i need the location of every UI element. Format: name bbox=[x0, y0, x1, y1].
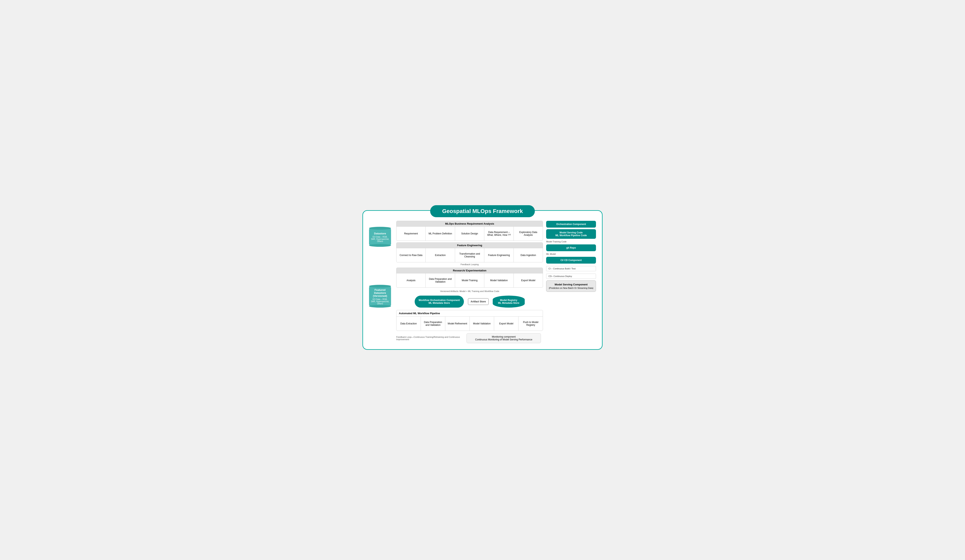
model-serving-component: Model Serving Component (Prediction on N… bbox=[546, 281, 596, 292]
model-serving-code-box: Model Serving Code ML Workflow Pipeline … bbox=[546, 229, 596, 239]
middle-section: MLOps Business Requirement Analysis Requ… bbox=[396, 221, 543, 343]
feedback-bottom-label: Feedback Loop—Continuous Training/Retrai… bbox=[396, 336, 463, 341]
workflow-orchestration-box: Workflow Orchestration Component ML Meta… bbox=[415, 296, 464, 308]
section-feature-header: Feature Engineering bbox=[396, 243, 543, 248]
cell-model-validation: Model Validation bbox=[484, 273, 514, 287]
datastore1-title: Datastore bbox=[374, 232, 386, 235]
cell-analysis: Analysis bbox=[396, 273, 426, 287]
cd-sub-label: CD– Continuous Deploy bbox=[546, 274, 596, 279]
section-research-cells: Analysis Data Preparation and Validation… bbox=[396, 273, 543, 287]
datastore1-subtitle: EO Data – RGB, SAR, Hyperspectral, Other… bbox=[370, 236, 390, 242]
section-automated-cells: Data Extraction Data Preparation and Val… bbox=[396, 317, 543, 331]
monitoring-box: Monitoring component Continuous Monitori… bbox=[466, 333, 541, 343]
model-serving-component-subtitle: (Prediction on New Batch Or Streaming Da… bbox=[549, 287, 594, 289]
cell-solution-design: Solution Design bbox=[455, 227, 484, 241]
datastore2-subtitle: EO Data – RGB, SAR, Hyperspectral, Other… bbox=[370, 298, 390, 305]
workflow-box-label: Workflow Orchestration Component ML Meta… bbox=[419, 299, 460, 304]
cicd-box: CI/ CD Component bbox=[546, 257, 596, 264]
title-banner: Geospatial MLOps Framework bbox=[430, 205, 535, 217]
section-feature-cells: Connect to Raw Data Extraction Transform… bbox=[396, 248, 543, 262]
cell-transformation: Transformation and Cleansing bbox=[455, 248, 484, 262]
orchestration-box: Orchestration Component bbox=[546, 221, 596, 228]
feedback-looping-label: Feedback Looping bbox=[396, 263, 543, 266]
feedback-monitoring-row: Feedback Loop—Continuous Training/Retrai… bbox=[396, 333, 543, 343]
cell-data-requirement: Data Requirement – What, Where, How ?? bbox=[484, 227, 514, 241]
cell-push-model-registry: Push to Model Registry bbox=[518, 317, 543, 331]
section-feature: Feature Engineering Connect to Raw Data … bbox=[396, 242, 543, 263]
page-title: Geospatial MLOps Framework bbox=[442, 208, 523, 214]
section-business: MLOps Business Requirement Analysis Requ… bbox=[396, 221, 543, 241]
section-automated-header: Automated ML Workflow Pipeline bbox=[396, 310, 543, 317]
cell-export-model: Export Model bbox=[514, 273, 543, 287]
cell-ml-problem: ML Problem Definition bbox=[426, 227, 455, 241]
cell-model-refinement: Model Refinement bbox=[445, 317, 470, 331]
monitoring-label: Monitoring component Continuous Monitori… bbox=[471, 335, 537, 341]
section-research: Research/ Experimentation Analysis Data … bbox=[396, 268, 543, 287]
section-automated: Automated ML Workflow Pipeline Data Extr… bbox=[396, 310, 543, 331]
cell-exploratory: Exploratory Data Analysis bbox=[514, 227, 543, 241]
cell-data-ingestion: Data Ingestion bbox=[514, 248, 543, 262]
section-business-cells: Requirement ML Problem Definition Soluti… bbox=[396, 227, 543, 241]
cell-data-prep-validation2: Data Preparation and Validation bbox=[421, 317, 445, 331]
cell-requirement: Requirement bbox=[396, 227, 426, 241]
cell-data-extraction: Data Extraction bbox=[396, 317, 421, 331]
cell-data-prep-validation: Data Preparation and Validation bbox=[426, 273, 455, 287]
model-training-code-label: Model Training Code bbox=[546, 240, 566, 243]
git-repo-box: git Repo bbox=[546, 244, 596, 251]
left-datastores: Datastore EO Data – RGB, SAR, Hyperspect… bbox=[369, 221, 393, 343]
cell-model-validation2: Model Validation bbox=[470, 317, 494, 331]
datastore2-title: Featured Datastore (Versioned) bbox=[370, 288, 390, 297]
section-research-header: Research/ Experimentation bbox=[396, 268, 543, 273]
cell-model-training: Model Training bbox=[455, 273, 484, 287]
model-serving-component-title: Model Serving Component bbox=[549, 283, 594, 286]
datastore1: Datastore EO Data – RGB, SAR, Hyperspect… bbox=[369, 227, 393, 247]
model-registry-box: Model Registry ML Metadata Store bbox=[493, 296, 525, 308]
cell-connect-raw: Connect to Raw Data bbox=[396, 248, 426, 262]
workflow-row: Workflow Orchestration Component ML Meta… bbox=[396, 296, 543, 308]
ml-model-label: ML Model bbox=[546, 253, 556, 255]
section-business-header: MLOps Business Requirement Analysis bbox=[396, 221, 543, 227]
main-container: Geospatial MLOps Framework Datastore EO … bbox=[362, 210, 603, 350]
cell-extraction: Extraction bbox=[426, 248, 455, 262]
cell-feature-engineering: Feature Engineering bbox=[484, 248, 514, 262]
cell-export-model2: Export Model bbox=[494, 317, 518, 331]
model-registry-label: Model Registry ML Metadata Store bbox=[497, 299, 520, 304]
versioned-label: Versioned Artifacts: Model + ML Training… bbox=[396, 290, 543, 292]
right-column: Orchestration Component Model Serving Co… bbox=[546, 221, 596, 343]
datastore2: Featured Datastore (Versioned) EO Data –… bbox=[369, 285, 393, 308]
ci-sub-label: CI – Continuous Build / Test bbox=[546, 266, 596, 271]
artifact-store-box: Artifact Store bbox=[468, 298, 489, 305]
